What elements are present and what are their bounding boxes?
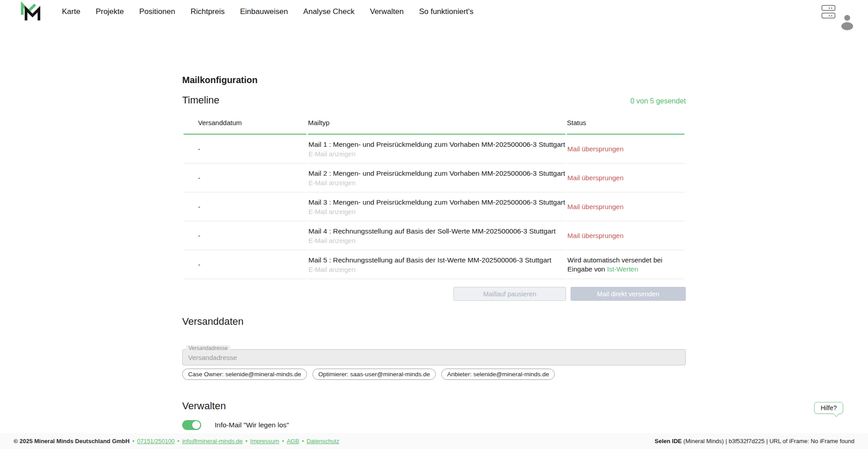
versanddatum-cell: - (184, 135, 307, 164)
status-cell: Wird automatisch versendet bei Eingabe v… (567, 250, 684, 279)
table-row: - Mail 2 : Mengen- und Preisrückmeldung … (184, 164, 684, 192)
table-row: - Mail 5 : Rechnungsstellung auf Basis d… (184, 250, 684, 279)
status-text: Mail übersprungen (567, 173, 684, 182)
logo-glyph (18, 1, 42, 22)
copyright-text: © 2025 Mineral Minds Deutschland GmbH (14, 438, 130, 444)
nav-item[interactable]: Verwalten (362, 7, 411, 16)
verwalten-heading: Verwalten (182, 400, 686, 412)
versandadresse-input[interactable] (182, 349, 686, 365)
ide-details: (Mineral Minds) | b3f532f7d225 | URL of … (682, 438, 854, 444)
status-text: Wird automatisch versendet bei Eingabe v… (567, 256, 684, 274)
footer-separator: • (302, 438, 304, 444)
mineral-minds-logo-icon[interactable] (18, 1, 42, 22)
column-header-versanddatum: Versanddatum (184, 112, 307, 135)
mail-title: Mail 4 : Rechnungsstellung auf Basis der… (308, 227, 565, 236)
footer-left: © 2025 Mineral Minds Deutschland GmbH•07… (14, 438, 340, 444)
email-anzeigen-link[interactable]: E-Mail anzeigen (308, 237, 355, 244)
recipient-chips: Case Owner: selenide@mineral-minds.deOpt… (182, 369, 686, 380)
mail-direkt-versenden-button[interactable]: Mail direkt versenden (571, 287, 686, 301)
server-icon[interactable] (821, 5, 835, 19)
footer-link[interactable]: Impressum (250, 438, 279, 444)
main-content: Mailkonfiguration Timeline 0 von 5 gesen… (182, 75, 686, 430)
footer-separator: • (282, 438, 284, 444)
versanddatum-cell: - (184, 221, 307, 250)
mail-title: Mail 3 : Mengen- und Preisrückmeldung zu… (308, 198, 565, 207)
timeline-section-head: Timeline 0 von 5 gesendet (182, 94, 686, 106)
nav-item[interactable]: Karte (54, 7, 88, 16)
footer: © 2025 Mineral Minds Deutschland GmbH•07… (0, 433, 868, 449)
footer-link[interactable]: AGB (287, 438, 299, 444)
mail-title: Mail 1 : Mengen- und Preisrückmeldung zu… (308, 140, 565, 149)
footer-separator: • (177, 438, 179, 444)
hilfe-label: Hilfe? (821, 404, 837, 412)
mail-title: Mail 2 : Mengen- und Preisrückmeldung zu… (308, 169, 565, 178)
column-header-mailtyp: Mailtyp (308, 112, 566, 135)
sent-counter-badge: 0 von 5 gesendet (630, 97, 686, 106)
mailtyp-cell: Mail 5 : Rechnungsstellung auf Basis der… (308, 250, 566, 279)
email-anzeigen-link[interactable]: E-Mail anzeigen (308, 150, 355, 158)
versanddatum-cell: - (184, 164, 307, 192)
status-cell: Mail übersprungen (567, 164, 684, 192)
email-anzeigen-link[interactable]: E-Mail anzeigen (308, 266, 355, 273)
page-title: Mailkonfiguration (182, 75, 686, 85)
timeline-table: Versanddatum Mailtyp Status - Mail 1 : M… (182, 112, 686, 279)
speech-bubble-tail-icon (833, 411, 840, 417)
ist-werten-link[interactable]: Ist-Werten (607, 265, 638, 273)
status-cell: Mail übersprungen (567, 192, 684, 221)
info-mail-toggle-row: Info-Mail "Wir legen los" (182, 420, 686, 430)
status-text: Mail übersprungen (567, 202, 684, 211)
status-cell: Mail übersprungen (567, 135, 684, 164)
footer-separator: • (245, 438, 248, 444)
nav-item[interactable]: So funktioniert's (411, 7, 481, 16)
recipient-chip: Case Owner: selenide@mineral-minds.de (182, 369, 307, 380)
info-mail-toggle[interactable] (182, 420, 201, 430)
server-icon-glyph (821, 5, 835, 19)
footer-environment-info: Selen IDE (Mineral Minds) | b3f532f7d225… (655, 438, 854, 444)
hilfe-button[interactable]: Hilfe? (814, 402, 843, 414)
nav-item[interactable]: Projekte (88, 7, 132, 16)
mailtyp-cell: Mail 2 : Mengen- und Preisrückmeldung zu… (308, 164, 566, 192)
maillauf-pausieren-button[interactable]: Maillauf pausieren (453, 287, 566, 301)
info-mail-toggle-label: Info-Mail "Wir legen los" (215, 421, 289, 429)
table-row: - Mail 4 : Rechnungsstellung auf Basis d… (184, 221, 684, 250)
timeline-heading: Timeline (182, 94, 219, 106)
app-header: KarteProjektePositionenRichtpreisEinbauw… (0, 0, 868, 23)
footer-separator: • (132, 438, 135, 444)
ide-name: Selen IDE (655, 438, 682, 444)
email-anzeigen-link[interactable]: E-Mail anzeigen (308, 208, 355, 215)
versandadresse-field: Versandadresse (182, 349, 686, 365)
status-cell: Mail übersprungen (567, 221, 684, 250)
recipient-chip: Anbieter: selenide@mineral-minds.de (441, 369, 555, 380)
footer-link[interactable]: info@mineral-minds.de (182, 438, 243, 444)
header-actions (821, 5, 868, 19)
versanddatum-cell: - (184, 250, 307, 279)
footer-link[interactable]: Datenschutz (307, 438, 339, 444)
mailtyp-cell: Mail 3 : Mengen- und Preisrückmeldung zu… (308, 192, 566, 221)
versanddaten-heading: Versanddaten (182, 316, 686, 327)
footer-link[interactable]: 07151/250100 (137, 438, 175, 444)
status-text: Mail übersprungen (567, 145, 684, 154)
versanddatum-cell: - (184, 192, 307, 221)
main-nav: KarteProjektePositionenRichtpreisEinbauw… (54, 7, 481, 16)
email-anzeigen-link[interactable]: E-Mail anzeigen (308, 179, 355, 187)
timeline-actions: Maillauf pausieren Mail direkt versenden (182, 287, 686, 301)
status-text: Mail übersprungen (567, 231, 684, 240)
table-header-row: Versanddatum Mailtyp Status (184, 112, 684, 135)
table-row: - Mail 1 : Mengen- und Preisrückmeldung … (184, 135, 684, 164)
recipient-chip: Optimierer: saas-user@mineral-minds.de (312, 369, 436, 380)
mail-title: Mail 5 : Rechnungsstellung auf Basis der… (308, 256, 565, 265)
nav-item[interactable]: Positionen (132, 7, 183, 16)
versandadresse-label: Versandadresse (186, 345, 230, 351)
nav-item[interactable]: Analyse Check (296, 7, 362, 16)
nav-item[interactable]: Einbauweisen (232, 7, 296, 16)
mailtyp-cell: Mail 4 : Rechnungsstellung auf Basis der… (308, 221, 566, 250)
table-row: - Mail 3 : Mengen- und Preisrückmeldung … (184, 192, 684, 221)
mailtyp-cell: Mail 1 : Mengen- und Preisrückmeldung zu… (308, 135, 566, 164)
nav-item[interactable]: Richtpreis (183, 7, 232, 16)
column-header-status: Status (567, 112, 684, 135)
